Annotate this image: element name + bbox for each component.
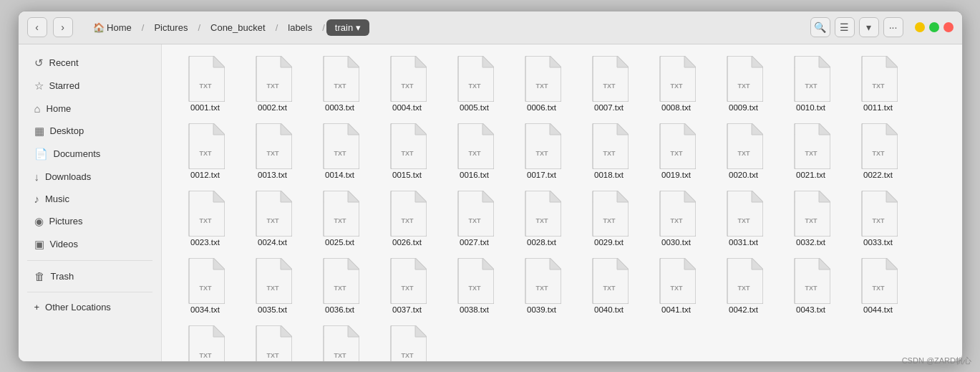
file-item[interactable]: TXT 0042.txt bbox=[712, 254, 776, 318]
titlebar: ‹ › 🏠 Home / Pictures / Cone_bucket / la… bbox=[19, 11, 962, 44]
file-item[interactable]: TXT classes.txt bbox=[375, 321, 440, 361]
svg-text:TXT: TXT bbox=[266, 217, 279, 224]
sort-button[interactable]: ▾ bbox=[859, 17, 879, 37]
file-item[interactable]: TXT 0029.txt bbox=[577, 186, 641, 251]
txt-file-icon: TXT bbox=[321, 191, 359, 237]
file-item[interactable]: TXT 0018.txt bbox=[577, 119, 641, 183]
file-item[interactable]: TXT 0021.txt bbox=[779, 119, 843, 183]
file-item[interactable]: TXT 0007.txt bbox=[577, 52, 641, 116]
txt-file-icon: TXT bbox=[253, 325, 292, 361]
txt-file-icon: TXT bbox=[590, 123, 629, 169]
file-item[interactable]: TXT 0020.txt bbox=[712, 119, 776, 183]
file-item[interactable]: TXT 0004.txt bbox=[375, 52, 440, 116]
file-item[interactable]: TXT 0026.txt bbox=[375, 186, 440, 251]
file-item[interactable]: TXT 0043.txt bbox=[779, 254, 843, 318]
file-name-label: 0013.txt bbox=[258, 171, 287, 179]
file-item[interactable]: TXT 0046.txt bbox=[241, 321, 305, 361]
sidebar-item-trash[interactable]: 🗑 Trash bbox=[23, 266, 157, 287]
breadcrumb-train[interactable]: train ▾ bbox=[326, 19, 369, 36]
file-item[interactable]: TXT 0016.txt bbox=[442, 119, 507, 183]
svg-text:TXT: TXT bbox=[805, 82, 818, 90]
file-name-label: 0005.txt bbox=[460, 103, 489, 112]
svg-text:TXT: TXT bbox=[603, 285, 616, 292]
file-item[interactable]: TXT 0034.txt bbox=[173, 254, 238, 318]
file-name-label: 0006.txt bbox=[527, 103, 556, 112]
file-item[interactable]: TXT 0044.txt bbox=[846, 254, 911, 318]
file-item[interactable]: TXT 0019.txt bbox=[644, 119, 709, 183]
txt-file-icon: TXT bbox=[321, 325, 359, 361]
back-button[interactable]: ‹ bbox=[27, 17, 47, 37]
file-item[interactable]: TXT 0001.txt bbox=[173, 52, 238, 116]
file-item[interactable]: TXT 0025.txt bbox=[308, 186, 372, 251]
breadcrumb-labels[interactable]: labels bbox=[279, 19, 321, 36]
file-item[interactable]: TXT 0036.txt bbox=[308, 254, 372, 318]
breadcrumb-home[interactable]: 🏠 Home bbox=[84, 19, 140, 36]
file-item[interactable]: TXT 0047.txt bbox=[308, 321, 372, 361]
svg-text:TXT: TXT bbox=[266, 352, 279, 359]
file-item[interactable]: TXT 0008.txt bbox=[644, 52, 709, 116]
list-view-button[interactable]: ☰ bbox=[835, 17, 855, 37]
file-item[interactable]: TXT 0023.txt bbox=[173, 186, 238, 251]
txt-file-icon: TXT bbox=[792, 56, 830, 102]
file-item[interactable]: TXT 0039.txt bbox=[510, 254, 574, 318]
svg-text:TXT: TXT bbox=[805, 150, 818, 157]
file-item[interactable]: TXT 0033.txt bbox=[846, 186, 911, 251]
txt-file-icon: TXT bbox=[186, 123, 225, 169]
file-item[interactable]: TXT 0013.txt bbox=[241, 119, 305, 183]
file-item[interactable]: TXT 0031.txt bbox=[712, 186, 776, 251]
file-item[interactable]: TXT 0027.txt bbox=[442, 186, 507, 251]
file-item[interactable]: TXT 0014.txt bbox=[308, 119, 372, 183]
txt-file-icon: TXT bbox=[523, 191, 561, 237]
maximize-button[interactable] bbox=[929, 22, 939, 32]
txt-file-icon: TXT bbox=[590, 258, 629, 304]
file-item[interactable]: TXT 0009.txt bbox=[712, 52, 776, 116]
sidebar-item-home[interactable]: ⌂ Home bbox=[23, 98, 157, 119]
file-item[interactable]: TXT 0015.txt bbox=[375, 119, 440, 183]
file-item[interactable]: TXT 0035.txt bbox=[241, 254, 305, 318]
sidebar-item-documents[interactable]: 📄 Documents bbox=[23, 143, 157, 165]
file-item[interactable]: TXT 0024.txt bbox=[241, 186, 305, 251]
sidebar-item-pictures[interactable]: ◉ Pictures bbox=[23, 211, 157, 232]
file-item[interactable]: TXT 0040.txt bbox=[577, 254, 641, 318]
svg-text:TXT: TXT bbox=[401, 217, 414, 224]
file-item[interactable]: TXT 0017.txt bbox=[510, 119, 574, 183]
svg-text:TXT: TXT bbox=[670, 217, 683, 224]
sidebar-item-music[interactable]: ♪ Music bbox=[23, 189, 157, 209]
file-name-label: 0010.txt bbox=[796, 103, 825, 112]
forward-button[interactable]: › bbox=[53, 17, 73, 37]
file-item[interactable]: TXT 0005.txt bbox=[442, 52, 507, 116]
file-item[interactable]: TXT 0002.txt bbox=[241, 52, 305, 116]
file-item[interactable]: TXT 0037.txt bbox=[375, 254, 440, 318]
file-name-label: 0040.txt bbox=[594, 305, 624, 314]
sidebar-item-recent[interactable]: ↺ Recent bbox=[23, 52, 157, 74]
breadcrumb-cone-bucket[interactable]: Cone_bucket bbox=[202, 19, 274, 36]
search-button[interactable]: 🔍 bbox=[810, 17, 830, 37]
breadcrumb-pictures[interactable]: Pictures bbox=[145, 19, 196, 36]
file-item[interactable]: TXT 0032.txt bbox=[779, 186, 843, 251]
txt-file-icon: TXT bbox=[253, 191, 292, 237]
sidebar-item-other-locations[interactable]: + Other Locations bbox=[23, 297, 157, 317]
sidebar-item-desktop[interactable]: ▦ Desktop bbox=[23, 120, 157, 142]
sidebar-divider bbox=[27, 260, 152, 261]
file-name-label: 0023.txt bbox=[190, 238, 220, 247]
sidebar-label-starred: Starred bbox=[49, 80, 80, 91]
file-item[interactable]: TXT 0010.txt bbox=[779, 52, 843, 116]
sidebar-item-videos[interactable]: ▣ Videos bbox=[23, 234, 157, 255]
file-item[interactable]: TXT 0022.txt bbox=[846, 119, 911, 183]
sidebar-item-starred[interactable]: ☆ Starred bbox=[23, 75, 157, 97]
minimize-button[interactable] bbox=[915, 22, 925, 32]
file-item[interactable]: TXT 0045.txt bbox=[173, 321, 238, 361]
file-item[interactable]: TXT 0038.txt bbox=[442, 254, 507, 318]
file-item[interactable]: TXT 0003.txt bbox=[308, 52, 372, 116]
file-item[interactable]: TXT 0011.txt bbox=[846, 52, 911, 116]
file-item[interactable]: TXT 0041.txt bbox=[644, 254, 709, 318]
sidebar-item-downloads[interactable]: ↓ Downloads bbox=[23, 166, 157, 187]
file-item[interactable]: TXT 0030.txt bbox=[644, 186, 709, 251]
file-manager-window: ‹ › 🏠 Home / Pictures / Cone_bucket / la… bbox=[18, 11, 963, 362]
file-item[interactable]: TXT 0012.txt bbox=[173, 119, 238, 183]
more-button[interactable]: ··· bbox=[883, 17, 903, 37]
file-item[interactable]: TXT 0006.txt bbox=[510, 52, 574, 116]
file-name-label: 0042.txt bbox=[729, 305, 758, 314]
file-item[interactable]: TXT 0028.txt bbox=[510, 186, 574, 251]
close-button[interactable] bbox=[943, 22, 954, 32]
